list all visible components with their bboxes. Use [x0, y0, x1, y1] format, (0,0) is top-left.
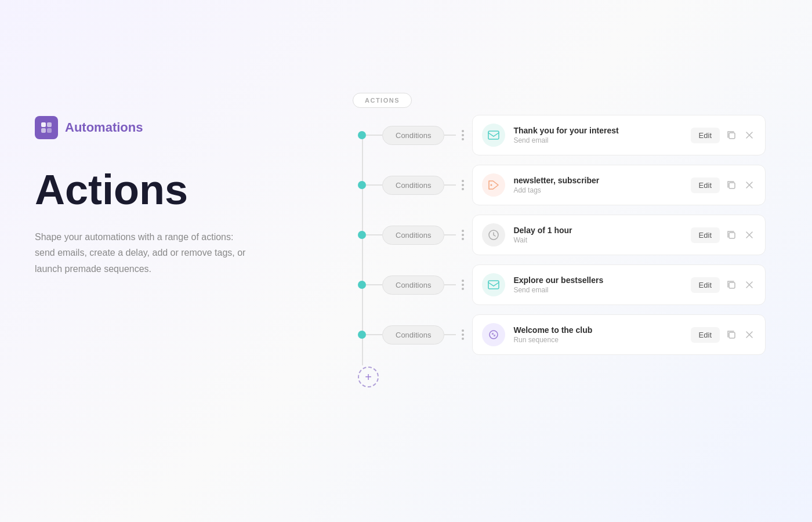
flow-dot-3 — [358, 231, 366, 239]
action-title-1: Thank you for your interest — [513, 126, 682, 135]
flow-connector-3 — [366, 234, 382, 235]
conditions-pill-2[interactable]: Conditions — [382, 176, 444, 195]
copy-button-2[interactable] — [724, 178, 738, 192]
svg-rect-16 — [488, 281, 499, 289]
clock-icon-3 — [482, 223, 505, 246]
flow-connector-2 — [366, 184, 382, 186]
email-icon-1 — [482, 124, 505, 147]
page-description: Shape your automations with a range of a… — [35, 229, 255, 277]
card-actions-1: Edit — [691, 128, 756, 143]
action-title-3: Delay of 1 hour — [513, 226, 682, 235]
add-step-button[interactable]: + — [358, 367, 379, 387]
copy-button-1[interactable] — [724, 128, 738, 142]
three-dots-4[interactable] — [456, 278, 470, 292]
flow-row-2: Conditions newsletter, subscriber Add ta… — [325, 165, 766, 205]
copy-button-5[interactable] — [724, 328, 738, 342]
card-actions-5: Edit — [691, 327, 756, 343]
three-dots-3[interactable] — [456, 228, 470, 242]
delete-button-1[interactable] — [743, 129, 756, 142]
brand-title: Automations — [65, 120, 143, 135]
flow-row-5: Conditions Welcome to the club Run seque… — [325, 314, 766, 355]
edit-button-5[interactable]: Edit — [691, 327, 720, 343]
svg-rect-4 — [488, 131, 499, 139]
action-subtitle-5: Run sequence — [513, 336, 682, 344]
flow-connector2-2 — [444, 184, 456, 186]
edit-button-3[interactable]: Edit — [691, 227, 720, 243]
card-actions-4: Edit — [691, 277, 756, 293]
conditions-pill-1[interactable]: Conditions — [382, 126, 444, 145]
flow-connector2-3 — [444, 234, 456, 235]
action-subtitle-3: Wait — [513, 236, 682, 244]
flow-connector2-1 — [444, 135, 456, 136]
action-card-1: Thank you for your interest Send email E… — [472, 115, 766, 155]
flow-connector-5 — [366, 334, 382, 335]
flow-connector2-5 — [444, 334, 456, 335]
card-actions-2: Edit — [691, 177, 756, 193]
flow-panel: ACTIONS Conditions Thank you for you — [325, 93, 766, 387]
action-card-4: Explore our bestsellers Send email Edit — [472, 264, 766, 305]
delete-button-2[interactable] — [743, 179, 756, 191]
email-icon-4 — [482, 273, 505, 296]
flow-dot-5 — [358, 331, 366, 339]
flow-row-3: Conditions Delay of 1 hour Wait Edit — [325, 215, 766, 255]
tag-icon-2 — [482, 173, 505, 197]
conditions-pill-3[interactable]: Conditions — [382, 226, 444, 245]
copy-button-4[interactable] — [724, 278, 738, 292]
flow-connector-4 — [366, 284, 382, 285]
flow-dot-4 — [358, 281, 366, 289]
action-text-2: newsletter, subscriber Add tags — [513, 176, 682, 194]
svg-rect-0 — [41, 122, 46, 127]
actions-badge: ACTIONS — [353, 93, 412, 108]
svg-rect-1 — [47, 122, 52, 127]
flow-row-4: Conditions Explore our bestsellers Send … — [325, 264, 766, 305]
flow-dot-2 — [358, 181, 366, 189]
svg-rect-3 — [47, 128, 52, 133]
delete-button-4[interactable] — [743, 278, 756, 291]
action-card-2: newsletter, subscriber Add tags Edit — [472, 165, 766, 205]
svg-rect-2 — [41, 128, 46, 133]
action-subtitle-4: Send email — [513, 286, 682, 294]
brand-row: Automations — [35, 116, 278, 139]
three-dots-1[interactable] — [456, 128, 470, 142]
action-text-3: Delay of 1 hour Wait — [513, 226, 682, 244]
add-btn-row: + — [325, 367, 379, 387]
action-card-5: Welcome to the club Run sequence Edit — [472, 314, 766, 355]
edit-button-1[interactable]: Edit — [691, 128, 720, 143]
page-heading: Actions — [35, 167, 278, 213]
action-title-5: Welcome to the club — [513, 325, 682, 335]
delete-button-3[interactable] — [743, 229, 756, 241]
three-dots-2[interactable] — [456, 178, 470, 192]
brand-icon — [35, 116, 58, 139]
action-text-1: Thank you for your interest Send email — [513, 126, 682, 144]
action-text-4: Explore our bestsellers Send email — [513, 276, 682, 294]
sequence-icon-5 — [482, 323, 505, 346]
conditions-pill-4[interactable]: Conditions — [382, 276, 444, 295]
flow-row: Conditions Thank you for your interest S… — [325, 115, 766, 155]
svg-rect-13 — [729, 233, 735, 238]
svg-point-8 — [491, 184, 492, 186]
card-actions-3: Edit — [691, 227, 756, 243]
action-title-2: newsletter, subscriber — [513, 176, 682, 185]
flow-connector2-4 — [444, 284, 456, 285]
left-panel: Automations Actions Shape your automatio… — [35, 116, 278, 277]
flow-container: Conditions Thank you for your interest S… — [325, 115, 766, 387]
svg-rect-5 — [729, 133, 735, 139]
action-card-3: Delay of 1 hour Wait Edit — [472, 215, 766, 255]
svg-rect-21 — [729, 332, 735, 338]
delete-button-5[interactable] — [743, 328, 756, 341]
action-subtitle-2: Add tags — [513, 186, 682, 194]
svg-rect-17 — [729, 282, 735, 288]
action-title-4: Explore our bestsellers — [513, 276, 682, 285]
svg-point-20 — [490, 331, 498, 339]
flow-connector-1 — [366, 135, 382, 136]
action-subtitle-1: Send email — [513, 136, 682, 144]
flow-dot-1 — [358, 131, 366, 139]
action-text-5: Welcome to the club Run sequence — [513, 325, 682, 344]
edit-button-4[interactable]: Edit — [691, 277, 720, 293]
svg-rect-9 — [729, 183, 735, 188]
three-dots-5[interactable] — [456, 328, 470, 342]
conditions-pill-5[interactable]: Conditions — [382, 325, 444, 345]
copy-button-3[interactable] — [724, 228, 738, 242]
edit-button-2[interactable]: Edit — [691, 177, 720, 193]
